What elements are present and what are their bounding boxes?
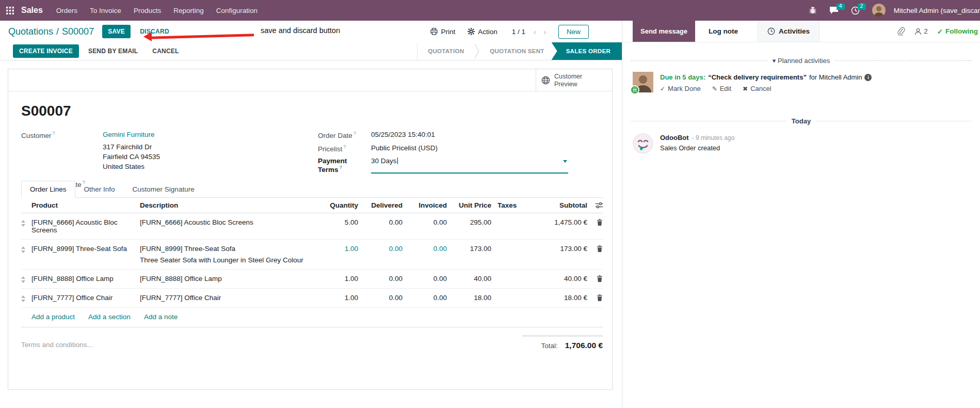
dropdown-caret-icon[interactable] [563, 160, 567, 163]
cell-description[interactable]: [FURN_7777] Office Chair [140, 294, 314, 302]
apps-grid-icon[interactable] [6, 7, 14, 14]
cell-invoiced[interactable]: 0.00 [403, 245, 447, 253]
log-note-button[interactable]: Log note [709, 21, 738, 42]
print-button[interactable]: Print [430, 28, 455, 36]
cell-description[interactable]: [FURN_8999] Three-Seat Sofa Three Seater… [140, 245, 314, 264]
step-quotation-sent[interactable]: QUOTATION SENT [479, 42, 554, 60]
breadcrumb-quotations[interactable]: Quotations [8, 26, 53, 37]
header-taxes[interactable]: Taxes [491, 201, 532, 209]
delete-row-icon[interactable] [587, 294, 603, 301]
cell-delivered[interactable]: 0.00 [358, 294, 403, 302]
messages-icon[interactable]: 4 [825, 6, 843, 14]
header-unit-price[interactable]: Unit Price [447, 201, 491, 209]
followers-button[interactable]: 2 [914, 27, 928, 35]
menu-reporting[interactable]: Reporting [173, 7, 204, 14]
activity-avatar[interactable] [633, 72, 653, 92]
optional-columns-icon[interactable] [587, 201, 603, 209]
following-toggle[interactable]: ✓ Following [937, 27, 978, 36]
table-row[interactable]: [FURN_8999] Three-Seat Sofa [FURN_8999] … [21, 240, 603, 270]
message-author[interactable]: OdooBot [660, 134, 689, 142]
cell-delivered[interactable]: 0.00 [358, 245, 403, 253]
cell-description[interactable]: [FURN_8888] Office Lamp [140, 275, 314, 283]
send-message-button[interactable]: Send message [633, 21, 695, 42]
cell-invoiced[interactable]: 0.00 [403, 275, 447, 283]
user-avatar[interactable] [872, 4, 886, 17]
step-sales-order[interactable]: SALES ORDER [552, 42, 622, 60]
drag-handle-icon[interactable] [21, 218, 31, 227]
odoobot-avatar[interactable] [633, 133, 653, 154]
action-button[interactable]: Action [468, 28, 497, 36]
cancel-button[interactable]: CANCEL [147, 44, 184, 58]
header-delivered[interactable]: Delivered [358, 201, 403, 209]
header-description[interactable]: Description [140, 201, 314, 209]
debug-bug-icon[interactable] [805, 6, 821, 14]
new-button[interactable]: New [558, 25, 589, 39]
save-button[interactable]: SAVE [102, 25, 131, 38]
menu-products[interactable]: Products [134, 7, 161, 14]
edit-activity-button[interactable]: ✎ Edit [712, 85, 731, 92]
cell-product[interactable]: [FURN_7777] Office Chair [31, 294, 140, 302]
tab-customer-signature[interactable]: Customer Signature [124, 181, 203, 198]
header-subtotal[interactable]: Subtotal [532, 201, 587, 209]
planned-activities-toggle[interactable]: ▾ Planned activities [773, 57, 830, 65]
drag-handle-icon[interactable] [21, 294, 31, 302]
cell-unit-price[interactable]: 173.00 [447, 245, 491, 253]
cell-quantity[interactable]: 1.00 [314, 275, 358, 283]
order-date-value[interactable]: 05/25/2023 15:40:01 [371, 131, 435, 139]
cell-invoiced[interactable]: 0.00 [403, 218, 447, 226]
add-a-product-link[interactable]: Add a product [31, 313, 75, 321]
tab-order-lines[interactable]: Order Lines [21, 181, 75, 198]
cell-unit-price[interactable]: 295.00 [447, 218, 491, 226]
cell-quantity[interactable]: 5.00 [314, 218, 358, 226]
delete-row-icon[interactable] [587, 275, 603, 282]
header-product[interactable]: Product [31, 201, 140, 209]
header-invoiced[interactable]: Invoiced [403, 201, 447, 209]
send-by-email-button[interactable]: SEND BY EMAIL [83, 44, 143, 58]
cell-description[interactable]: [FURN_6666] Acoustic Bloc Screens [140, 218, 314, 226]
delete-row-icon[interactable] [587, 218, 603, 226]
tab-other-info[interactable]: Other Info [75, 181, 124, 198]
cell-product[interactable]: [FURN_8999] Three-Seat Sofa [31, 245, 140, 253]
cell-unit-price[interactable]: 40.00 [447, 275, 491, 283]
header-quantity[interactable]: Quantity [314, 201, 358, 209]
cancel-activity-button[interactable]: ✖ Cancel [743, 85, 772, 92]
mark-done-button[interactable]: ✓ Mark Done [660, 85, 701, 92]
menu-to-invoice[interactable]: To Invoice [90, 7, 121, 14]
cell-delivered[interactable]: 0.00 [358, 218, 403, 226]
customer-preview-button[interactable]: Customer Preview [536, 69, 612, 91]
pricelist-value[interactable]: Public Pricelist (USD) [371, 144, 438, 153]
cell-product[interactable]: [FURN_6666] Acoustic Bloc Screens [31, 218, 140, 234]
terms-and-conditions-field[interactable]: Terms and conditions... [21, 341, 93, 349]
table-header-row: Product Description Quantity Delivered I… [21, 198, 603, 213]
payment-terms-input[interactable]: 30 Days [371, 157, 568, 174]
create-invoice-button[interactable]: CREATE INVOICE [13, 44, 79, 58]
menu-configuration[interactable]: Configuration [216, 7, 258, 14]
drag-handle-icon[interactable] [21, 275, 31, 283]
menu-orders[interactable]: Orders [56, 7, 77, 14]
cell-quantity[interactable]: 1.00 [314, 245, 358, 253]
user-name[interactable]: Mitchell Admin (save_discar [894, 7, 980, 14]
table-row[interactable]: [FURN_8888] Office Lamp [FURN_8888] Offi… [21, 270, 603, 289]
breadcrumb[interactable]: Quotations/S00007 [8, 26, 94, 37]
cell-invoiced[interactable]: 0.00 [403, 294, 447, 302]
table-row[interactable]: [FURN_7777] Office Chair [FURN_7777] Off… [21, 289, 603, 308]
cell-unit-price[interactable]: 18.00 [447, 294, 491, 302]
cell-quantity[interactable]: 1.00 [314, 294, 358, 302]
pager-next-icon[interactable]: › [543, 27, 546, 36]
delete-row-icon[interactable] [587, 245, 603, 252]
cell-product[interactable]: [FURN_8888] Office Lamp [31, 275, 140, 283]
add-a-note-link[interactable]: Add a note [144, 313, 178, 321]
info-icon[interactable]: i [864, 74, 872, 81]
step-quotation[interactable]: QUOTATION [417, 42, 474, 60]
activities-tab[interactable]: Activities [758, 21, 820, 42]
cell-delivered[interactable]: 0.00 [358, 275, 403, 283]
attachment-paperclip-icon[interactable] [897, 27, 905, 36]
drag-handle-icon[interactable] [21, 245, 31, 253]
add-a-section-link[interactable]: Add a section [88, 313, 131, 321]
customer-link[interactable]: Gemini Furniture [103, 131, 155, 138]
app-name[interactable]: Sales [21, 6, 43, 15]
order-title[interactable]: S00007 [21, 103, 612, 119]
pager-prev-icon[interactable]: ‹ [534, 27, 536, 36]
table-row[interactable]: [FURN_6666] Acoustic Bloc Screens [FURN_… [21, 213, 603, 240]
activities-clock-icon[interactable]: 2 [847, 6, 864, 15]
